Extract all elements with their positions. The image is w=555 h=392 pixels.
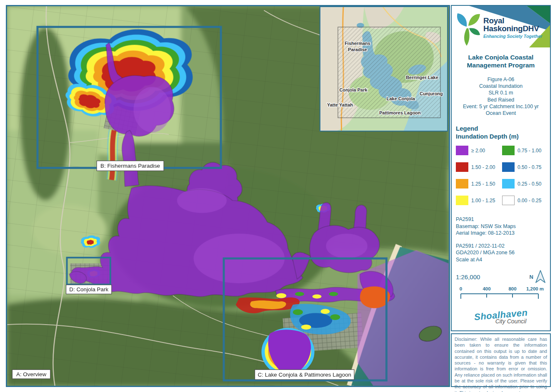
legend-heading: Legend — [456, 125, 546, 132]
logo-tagline: Enhancing Society Together — [483, 34, 542, 39]
legend: ≥ 2.00 0.75 - 1.00 1.50 - 2.00 0.50 - 0.… — [456, 146, 546, 205]
figure-page: B: Fishermans Paradise C: Lake Conjola &… — [0, 0, 555, 392]
legend-swatch — [502, 179, 515, 189]
legend-item: 0.75 - 1.00 — [502, 146, 546, 155]
legend-item: 0.25 - 0.50 — [502, 179, 546, 189]
legend-subheading: Inundation Depth (m) — [456, 133, 546, 140]
disclaimer-box: Disclaimer: While all reasonable care ha… — [451, 333, 551, 387]
legend-item: 0.50 - 0.75 — [502, 162, 546, 172]
legend-item: ≥ 2.00 — [456, 146, 500, 155]
svg-text:1,200 m: 1,200 m — [526, 286, 544, 291]
logo-word-haskoningdhv: HaskoningDHV — [483, 25, 542, 32]
svg-text:B: Fishermans Paradise: B: Fishermans Paradise — [100, 163, 160, 169]
figure-event-2: Ocean Event — [456, 110, 546, 117]
figure-event: Event: 5 yr Catchment Inc.100 yr — [456, 103, 546, 110]
scale-ratio: 1:26,000 — [456, 273, 480, 280]
svg-text:D: Conjola Park: D: Conjola Park — [69, 286, 108, 293]
meta-info: PA2591 / 2022-11-02 GDA2020 / MGA zone 5… — [456, 243, 546, 263]
legend-swatch — [502, 162, 515, 172]
legend-item: 1.50 - 2.00 — [456, 162, 500, 172]
inset-label-yatte-yattah: Yatte Yattah — [327, 102, 353, 107]
north-label: N — [530, 274, 533, 280]
inset-label-cunjurong: Cunjurong — [420, 91, 443, 96]
inset-label-berringer-lake: Berringer Lake — [406, 75, 438, 80]
figure-slr: SLR 0.1 m — [456, 89, 546, 96]
inset-label-conjola-park: Conjola Park — [339, 87, 368, 92]
legend-item: 0.00 - 0.25 — [502, 196, 546, 205]
legend-swatch — [456, 196, 468, 205]
legend-swatch — [502, 196, 515, 205]
scale-bar: 0 400 800 1,200 m — [456, 285, 546, 301]
figure-info: Figure A-06 Coastal Inundation SLR 0.1 m… — [456, 76, 546, 117]
inset-label-fishermans-1: Fishermans — [345, 41, 370, 46]
figure-bed: Bed Raised — [456, 97, 546, 103]
legend-swatch — [456, 146, 468, 155]
title-block-panel: Royal HaskoningDHV Enhancing Society Tog… — [451, 5, 551, 331]
figure-subject: Coastal Inundation — [456, 83, 546, 89]
north-arrow: N — [530, 270, 546, 284]
svg-text:A: Overview: A: Overview — [16, 371, 47, 377]
svg-text:400: 400 — [482, 286, 490, 291]
legend-item: 1.25 - 1.50 — [456, 179, 500, 189]
region-label-c: C: Lake Conjola & Pattimores Lagoon — [255, 370, 354, 380]
figure-number: Figure A-06 — [456, 76, 546, 83]
inset-label-fishermans-2: Paradise — [348, 47, 367, 52]
region-label-a: A: Overview — [12, 370, 50, 379]
legend-item: 1.00 - 1.25 — [456, 196, 500, 205]
svg-text:0: 0 — [460, 286, 462, 291]
royal-haskoning-flower-icon — [454, 11, 482, 47]
inset-label-lake-conjola: Lake Conjola — [387, 96, 415, 101]
legend-swatch — [456, 179, 468, 189]
inset-label-pattimores: Pattimores Lagoon — [379, 110, 421, 115]
north-arrow-icon — [535, 270, 546, 284]
legend-swatch — [456, 162, 468, 172]
council-logo: Shoalhaven City Council — [456, 310, 546, 331]
svg-text:C: Lake Conjola & Pattimores L: C: Lake Conjola & Pattimores Lagoon — [258, 372, 351, 378]
logo-word-royal: Royal — [483, 17, 542, 25]
svg-text:800: 800 — [508, 286, 516, 291]
inset-locality-map: Fishermans Paradise Berringer Lake Conjo… — [320, 6, 448, 131]
company-logo: Royal HaskoningDHV Enhancing Society Tog… — [452, 6, 550, 49]
project-info: PA2591 Basemap: NSW Six Maps Aerial Imag… — [456, 216, 546, 237]
legend-swatch — [502, 146, 515, 155]
figure-title: Lake Conjola Coastal Management Program — [458, 53, 544, 69]
region-label-b: B: Fishermans Paradise — [97, 161, 164, 171]
flood-ocean-overlay — [358, 250, 449, 386]
main-map: B: Fishermans Paradise C: Lake Conjola &… — [6, 5, 450, 387]
disclaimer-text: Disclaimer: While all reasonable care ha… — [455, 336, 547, 392]
region-label-d: D: Conjola Park — [66, 285, 112, 294]
